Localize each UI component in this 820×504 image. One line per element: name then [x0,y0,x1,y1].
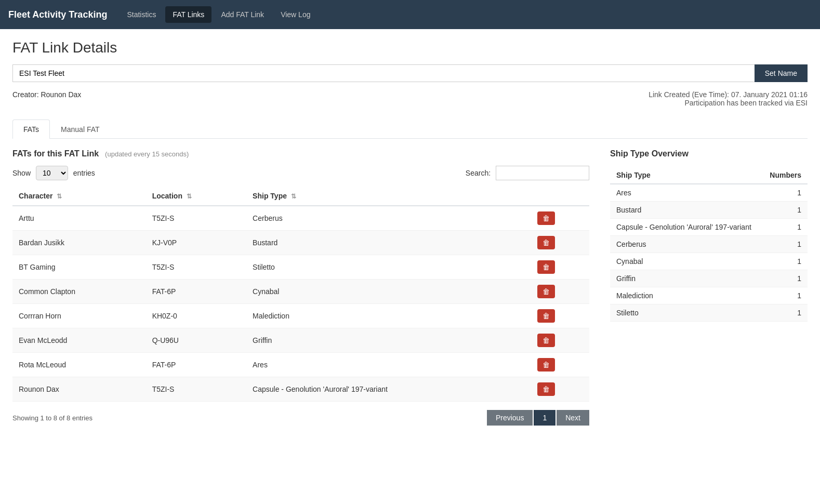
cell-location: T5ZI-S [146,255,246,280]
cell-location: T5ZI-S [146,377,246,402]
overview-ship-type: Malediction [610,287,762,304]
cell-location: Q-U96U [146,328,246,353]
navbar: Fleet Activity Tracking Statistics FAT L… [0,0,820,29]
meta-right: Link Created (Eve Time): 07. January 202… [649,90,808,107]
col-character[interactable]: Character ⇅ [12,187,146,206]
delete-button[interactable]: 🗑 [537,236,555,249]
list-item: Cynabal 1 [610,253,808,270]
cell-delete: 🗑 [531,255,589,280]
col-location[interactable]: Location ⇅ [146,187,246,206]
overview-count: 1 [762,219,808,236]
col-actions [531,187,589,206]
table-row: Common Clapton FAT-6P Cynabal 🗑 [12,280,589,304]
overview-count: 1 [762,184,808,202]
search-row: Search: [466,166,589,180]
table-row: Rota McLeoud FAT-6P Ares 🗑 [12,353,589,377]
name-bar: Set Name [12,64,808,82]
cell-delete: 🗑 [531,328,589,353]
show-row: Show 10 25 50 100 entries [12,166,95,180]
table-row: Rounon Dax T5ZI-S Capsule - Genolution '… [12,377,589,402]
cell-location: FAT-6P [146,280,246,304]
cell-ship-type: Bustard [246,231,531,255]
page-content: FAT Link Details Set Name Creator: Rouno… [0,29,820,436]
cell-ship-type: Griffin [246,328,531,353]
entries-label: entries [73,169,95,177]
delete-button[interactable]: 🗑 [537,211,555,225]
cell-ship-type: Cerberus [246,206,531,231]
cell-delete: 🗑 [531,231,589,255]
cell-character: Arttu [12,206,146,231]
sort-ship-icon: ⇅ [291,193,296,200]
delete-button[interactable]: 🗑 [537,358,555,372]
sort-character-icon: ⇅ [57,193,62,200]
delete-button[interactable]: 🗑 [537,382,555,396]
cell-character: Rota McLeoud [12,353,146,377]
cell-character: Rounon Dax [12,377,146,402]
link-created-label: Link Created (Eve Time): 07. January 202… [649,90,808,99]
table-row: Bardan Jusikk KJ-V0P Bustard 🗑 [12,231,589,255]
fats-controls: Show 10 25 50 100 entries Search: [12,166,589,426]
search-input[interactable] [496,166,589,180]
tabs: FATs Manual FAT [12,120,808,139]
list-item: Capsule - Genolution 'Auroral' 197-varia… [610,219,808,236]
cell-character: BT Gaming [12,255,146,280]
nav-add-fat-link[interactable]: Add FAT Link [214,6,271,23]
list-item: Griffin 1 [610,270,808,287]
cell-delete: 🗑 [531,280,589,304]
meta-row: Creator: Rounon Dax Link Created (Eve Ti… [12,90,808,107]
delete-button[interactable]: 🗑 [537,309,555,323]
creator-label: Creator: Rounon Dax [12,90,81,99]
pagination-row: Showing 1 to 8 of 8 entries Previous 1 N… [12,410,589,426]
controls-row: Show 10 25 50 100 entries Search: [12,166,589,180]
show-label: Show [12,169,31,177]
overview-ship-type: Capsule - Genolution 'Auroral' 197-varia… [610,219,762,236]
nav-fat-links[interactable]: FAT Links [165,6,211,23]
table-row: Arttu T5ZI-S Cerberus 🗑 [12,206,589,231]
pagination-buttons: Previous 1 Next [487,410,589,426]
cell-delete: 🗑 [531,304,589,328]
delete-button[interactable]: 🗑 [537,285,555,298]
page-title: FAT Link Details [12,39,808,56]
nav-statistics[interactable]: Statistics [120,6,163,23]
delete-button[interactable]: 🗑 [537,334,555,347]
cell-delete: 🗑 [531,377,589,402]
tab-fats[interactable]: FATs [12,120,50,139]
cell-location: FAT-6P [146,353,246,377]
nav-links: Statistics FAT Links Add FAT Link View L… [120,6,318,23]
cell-character: Bardan Jusikk [12,231,146,255]
overview-ship-type: Cynabal [610,253,762,270]
navbar-brand: Fleet Activity Tracking [8,9,107,20]
sort-location-icon: ⇅ [187,193,192,200]
page-1-button[interactable]: 1 [534,410,556,426]
prev-button[interactable]: Previous [487,410,533,426]
nav-view-log[interactable]: View Log [273,6,318,23]
ship-overview-table: Ship Type Numbers Ares 1 Bustard 1 Capsu… [610,167,808,322]
next-button[interactable]: Next [557,410,589,426]
tab-manual-fat[interactable]: Manual FAT [50,120,110,139]
cell-ship-type: Stiletto [246,255,531,280]
overview-col-numbers: Numbers [762,167,808,184]
list-item: Bustard 1 [610,202,808,219]
overview-ship-type: Cerberus [610,236,762,253]
cell-location: KH0Z-0 [146,304,246,328]
delete-button[interactable]: 🗑 [537,260,555,274]
fats-table: Character ⇅ Location ⇅ Ship Type ⇅ [12,187,589,402]
show-select[interactable]: 10 25 50 100 [36,166,68,180]
overview-count: 1 [762,287,808,304]
cell-delete: 🗑 [531,353,589,377]
two-col-layout: FATs for this FAT Link (updated every 15… [12,149,808,426]
cell-location: KJ-V0P [146,231,246,255]
table-row: Corrran Horn KH0Z-0 Malediction 🗑 [12,304,589,328]
fat-name-input[interactable] [12,64,755,82]
pagination-info: Showing 1 to 8 of 8 entries [12,414,92,422]
overview-count: 1 [762,270,808,287]
fats-title: FATs for this FAT Link [12,149,99,158]
table-row: BT Gaming T5ZI-S Stiletto 🗑 [12,255,589,280]
ship-overview-col: Ship Type Overview Ship Type Numbers Are… [610,149,808,426]
table-row: Evan McLeodd Q-U96U Griffin 🗑 [12,328,589,353]
fats-section-title: FATs for this FAT Link (updated every 15… [12,149,589,158]
set-name-button[interactable]: Set Name [755,64,808,82]
cell-ship-type: Cynabal [246,280,531,304]
cell-ship-type: Capsule - Genolution 'Auroral' 197-varia… [246,377,531,402]
col-ship-type[interactable]: Ship Type ⇅ [246,187,531,206]
